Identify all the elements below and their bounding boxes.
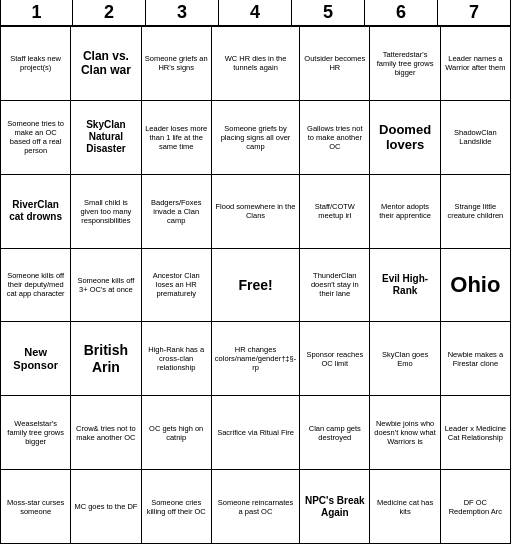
- cell-r5-c6: SkyClan goes Emo: [370, 322, 440, 396]
- cell-r6-c6: Newbie joins who doesn't know what Warri…: [370, 396, 440, 470]
- cell-r4-c1: Someone kills off their deputy/med cat a…: [1, 249, 71, 323]
- cell-r7-c6: Medicine cat has kits: [370, 470, 440, 544]
- cell-r3-c4: Flood somewhere in the Clans: [212, 175, 300, 249]
- cell-r4-c3: Ancestor Clan loses an HR prematurely: [142, 249, 212, 323]
- bingo-grid: Staff leaks new project(s)Clan vs. Clan …: [0, 26, 511, 544]
- cell-r2-c7: ShadowClan Landslide: [441, 101, 511, 175]
- cell-r4-c6: Evil High-Rank: [370, 249, 440, 323]
- cell-r4-c4: Free!: [212, 249, 300, 323]
- col-header-5: 5: [292, 0, 365, 25]
- cell-r6-c1: Weaselstar's family tree grows bigger: [1, 396, 71, 470]
- cell-r3-c1: RiverClan cat drowns: [1, 175, 71, 249]
- cell-r7-c4: Someone reincarnates a past OC: [212, 470, 300, 544]
- cell-r1-c7: Leader names a Warrior after them: [441, 27, 511, 101]
- cell-r1-c2: Clan vs. Clan war: [71, 27, 141, 101]
- cell-r1-c5: Outsider becomes HR: [300, 27, 370, 101]
- cell-r3-c6: Mentor adopts their apprentice: [370, 175, 440, 249]
- cell-r2-c5: Gallows tries not to make another OC: [300, 101, 370, 175]
- col-header-7: 7: [438, 0, 511, 25]
- column-headers: 1234567: [0, 0, 511, 26]
- cell-r7-c2: MC goes to the DF: [71, 470, 141, 544]
- cell-r6-c4: Sacrifice via Ritual Fire: [212, 396, 300, 470]
- cell-r2-c4: Someone griefs by placing signs all over…: [212, 101, 300, 175]
- cell-r5-c7: Newbie makes a Firestar clone: [441, 322, 511, 396]
- col-header-1: 1: [0, 0, 73, 25]
- cell-r1-c1: Staff leaks new project(s): [1, 27, 71, 101]
- cell-r2-c1: Someone tries to make an OC based off a …: [1, 101, 71, 175]
- cell-r7-c5: NPC's Break Again: [300, 470, 370, 544]
- cell-r5-c3: High-Rank has a cross-clan relationship: [142, 322, 212, 396]
- cell-r4-c5: ThunderClan doesn't stay in their lane: [300, 249, 370, 323]
- cell-r2-c6: Doomed lovers: [370, 101, 440, 175]
- col-header-2: 2: [73, 0, 146, 25]
- cell-r1-c6: Tatteredstar's family tree grows bigger: [370, 27, 440, 101]
- cell-r7-c1: Moss-star curses someone: [1, 470, 71, 544]
- cell-r5-c2: British Arin: [71, 322, 141, 396]
- cell-r5-c5: Sponsor reaches OC limit: [300, 322, 370, 396]
- cell-r3-c5: Staff/COTW meetup irl: [300, 175, 370, 249]
- col-header-6: 6: [365, 0, 438, 25]
- col-header-4: 4: [219, 0, 292, 25]
- cell-r3-c7: Strange little creature children: [441, 175, 511, 249]
- cell-r1-c4: WC HR dies in the tunnels again: [212, 27, 300, 101]
- cell-r7-c3: Someone cries killing off their OC: [142, 470, 212, 544]
- cell-r6-c5: Clan camp gets destroyed: [300, 396, 370, 470]
- cell-r6-c2: Crow& tries not to make another OC: [71, 396, 141, 470]
- cell-r4-c2: Someone kills off 3+ OC's at once: [71, 249, 141, 323]
- cell-r5-c4: HR changes colors/name/gender†‡§-rp: [212, 322, 300, 396]
- cell-r2-c3: Leader loses more than 1 life at the sam…: [142, 101, 212, 175]
- cell-r5-c1: New Sponsor: [1, 322, 71, 396]
- bingo-container: 1234567 Staff leaks new project(s)Clan v…: [0, 0, 511, 544]
- cell-r6-c3: OC gets high on catnip: [142, 396, 212, 470]
- cell-r7-c7: DF OC Redemption Arc: [441, 470, 511, 544]
- col-header-3: 3: [146, 0, 219, 25]
- cell-r2-c2: SkyClan Natural Disaster: [71, 101, 141, 175]
- cell-r3-c2: Small child is given too many responsibi…: [71, 175, 141, 249]
- cell-r3-c3: Badgers/Foxes invade a Clan camp: [142, 175, 212, 249]
- cell-r6-c7: Leader x Medicine Cat Relationship: [441, 396, 511, 470]
- cell-r1-c3: Someone griefs an HR's signs: [142, 27, 212, 101]
- cell-r4-c7: Ohio: [441, 249, 511, 323]
